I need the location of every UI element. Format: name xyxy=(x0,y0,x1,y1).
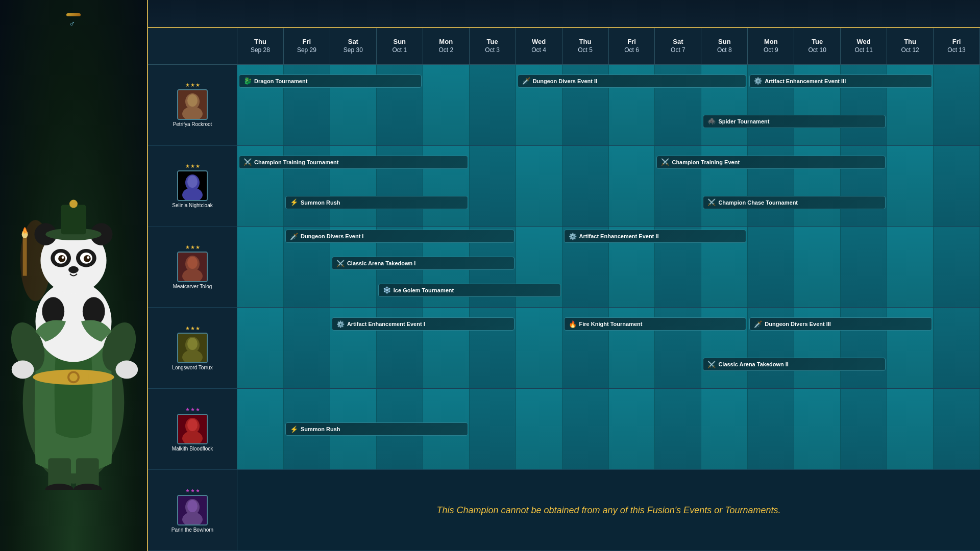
event-bar[interactable]: ⚙️Artifact Enhancement Event I xyxy=(332,317,514,331)
svg-point-38 xyxy=(187,94,198,107)
svg-point-10 xyxy=(12,361,34,379)
champion-avatar xyxy=(177,252,208,282)
svg-point-46 xyxy=(187,257,198,269)
day-area: ⚔️Champion Training Tournament⚡Summon Ru… xyxy=(237,146,980,227)
champion-avatar xyxy=(177,89,208,120)
champion-column-header xyxy=(148,28,237,64)
col-header-sun-oct-1: SunOct 1 xyxy=(377,28,423,64)
event-bar[interactable]: ⚔️Champion Training Tournament xyxy=(239,156,468,169)
champion-name-label: Meatcarver Tolog xyxy=(173,284,212,290)
col-header-sat-sep-30: SatSep 30 xyxy=(330,28,377,64)
champion-row: ★★★ Longsword Torrux⚙️Artifact Enhanceme… xyxy=(148,308,980,389)
day-cell xyxy=(701,389,748,469)
event-bar[interactable]: 🐉Dragon Tournament xyxy=(239,74,422,88)
event-bar[interactable]: ⚔️Champion Chase Tournament xyxy=(703,196,886,209)
event-bar[interactable]: ❄️Ice Golem Tournament xyxy=(378,284,561,297)
svg-point-54 xyxy=(187,419,198,431)
day-area: ⚡Summon Rush xyxy=(237,389,980,469)
event-bar[interactable]: ⚙️Artifact Enhancement Event II xyxy=(564,230,747,243)
day-cell xyxy=(470,65,516,145)
champion-name-label: Pann the Bowhorn xyxy=(172,527,213,533)
day-cell xyxy=(470,146,516,227)
panda-svg xyxy=(0,158,152,490)
champion-cell-2: ★★★ Meatcarver Tolog xyxy=(148,227,237,308)
svg-rect-29 xyxy=(23,235,27,276)
day-area: 🗡️Dungeon Divers Event I⚔️Classic Arena … xyxy=(237,227,980,308)
event-bar[interactable]: 🗡️Dungeon Divers Event II xyxy=(518,74,747,88)
col-header-tue-oct-3: TueOct 3 xyxy=(470,28,516,64)
day-cell xyxy=(237,308,284,388)
day-cell xyxy=(841,389,887,469)
event-bar[interactable]: ⚔️Classic Arena Takedown II xyxy=(703,358,886,371)
event-bar[interactable]: 🔥Fire Knight Tournament xyxy=(564,317,747,331)
champion-name-label: Petrifya Rockroot xyxy=(173,121,212,128)
champion-row: ★★★ Petrifya Rockroot🐉Dragon Tournament🗡… xyxy=(148,65,980,146)
day-cell xyxy=(934,227,980,308)
left-panel: ♂ xyxy=(0,0,148,551)
champion-avatar xyxy=(177,414,208,444)
day-cell xyxy=(516,146,562,227)
svg-point-6 xyxy=(69,373,78,381)
champion-name-label: Longsword Torrux xyxy=(172,365,212,371)
event-bar[interactable]: ⚔️Champion Training Event xyxy=(656,156,886,169)
svg-point-24 xyxy=(87,256,89,259)
col-header-mon-oct-9: MonOct 9 xyxy=(748,28,794,64)
svg-rect-27 xyxy=(61,205,86,235)
svg-point-42 xyxy=(187,176,198,188)
event-bar[interactable]: 🕷️Spider Tournament xyxy=(703,115,886,128)
event-bar[interactable]: ⚔️Classic Arena Takedown I xyxy=(332,257,514,270)
day-cell xyxy=(562,146,609,227)
day-cell xyxy=(934,389,980,469)
day-cell xyxy=(609,146,655,227)
col-header-fri-sep-29: FriSep 29 xyxy=(284,28,330,64)
svg-point-50 xyxy=(187,338,198,350)
svg-point-25 xyxy=(68,266,79,273)
day-cell xyxy=(237,227,284,308)
day-cell xyxy=(794,227,841,308)
col-header-sat-oct-7: SatOct 7 xyxy=(655,28,701,64)
day-cell xyxy=(887,146,934,227)
day-cell xyxy=(934,308,980,388)
day-cell xyxy=(841,227,887,308)
champion-name-label: Malkith Bloodflock xyxy=(172,446,213,452)
svg-point-23 xyxy=(62,256,64,259)
col-header-sun-oct-8: SunOct 8 xyxy=(701,28,748,64)
gender-icon: ♂ xyxy=(69,19,76,29)
svg-point-11 xyxy=(115,361,138,379)
day-cell xyxy=(794,389,841,469)
champion-role: ♂ xyxy=(69,19,78,29)
event-bar[interactable]: 🗡️Dungeon Divers Event I xyxy=(285,230,514,243)
champion-cell-4: ★★★ Malkith Bloodflock xyxy=(148,389,237,469)
column-headers: ThuSep 28FriSep 29SatSep 30SunOct 1MonOc… xyxy=(148,28,980,65)
day-cell xyxy=(284,308,330,388)
event-bar[interactable]: ⚙️Artifact Enhancement Event III xyxy=(749,74,932,88)
day-cell xyxy=(609,389,655,469)
event-bar[interactable]: ⚡Summon Rush xyxy=(285,196,468,209)
col-header-tue-oct-10: TueOct 10 xyxy=(794,28,841,64)
calendar-container: ThuSep 28FriSep 29SatSep 30SunOct 1MonOc… xyxy=(148,28,980,551)
col-header-thu-oct-5: ThuOct 5 xyxy=(562,28,609,64)
calendar-body: ★★★ Petrifya Rockroot🐉Dragon Tournament🗡… xyxy=(148,65,980,551)
col-header-thu-sep-28: ThuSep 28 xyxy=(237,28,284,64)
champion-cell-5: ★★★ Pann the Bowhorn xyxy=(148,470,237,550)
col-header-fri-oct-13: FriOct 13 xyxy=(934,28,980,64)
col-header-wed-oct-11: WedOct 11 xyxy=(841,28,887,64)
special-message: This Champion cannot be obtained from an… xyxy=(237,470,980,550)
champion-row: ★★★ Meatcarver Tolog🗡️Dungeon Divers Eve… xyxy=(148,227,980,308)
col-header-wed-oct-4: WedOct 4 xyxy=(516,28,562,64)
day-cell xyxy=(516,308,562,388)
day-cell xyxy=(516,389,562,469)
day-cell xyxy=(887,389,934,469)
day-cell xyxy=(887,227,934,308)
top-header xyxy=(148,0,980,28)
day-cell xyxy=(748,227,794,308)
legendary-badge xyxy=(66,13,81,16)
day-cell xyxy=(562,389,609,469)
col-header-thu-oct-12: ThuOct 12 xyxy=(887,28,934,64)
event-bar[interactable]: 🗡️Dungeon Divers Event III xyxy=(749,317,932,331)
day-cell xyxy=(423,65,470,145)
svg-point-21 xyxy=(58,255,65,262)
col-header-mon-oct-2: MonOct 2 xyxy=(423,28,470,64)
champion-row: ★★★ Pann the BowhornThis Champion cannot… xyxy=(148,470,980,551)
event-bar[interactable]: ⚡Summon Rush xyxy=(285,422,468,436)
